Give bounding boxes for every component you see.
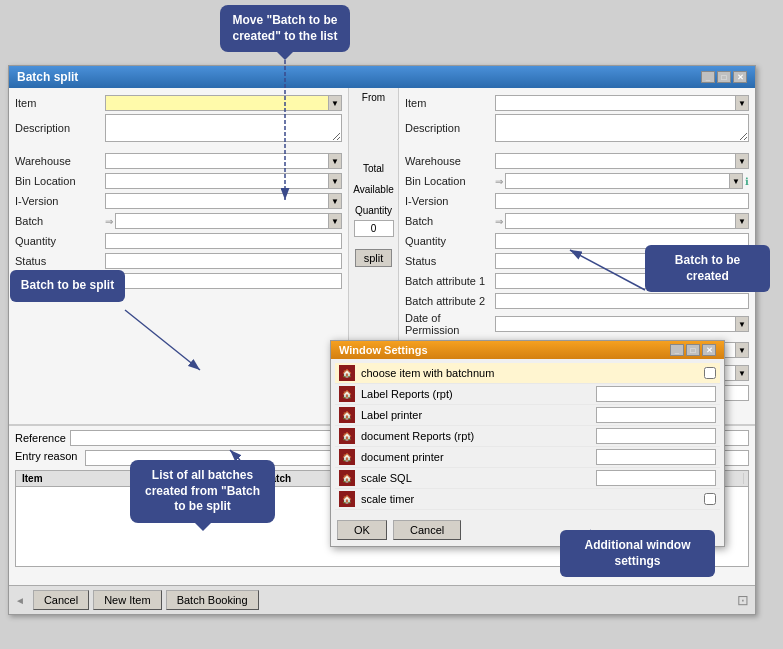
bin-location-dropdown-right[interactable]: ▼ <box>729 173 743 189</box>
batch-attr1-label-right: Batch attribute 1 <box>405 275 495 287</box>
item-select-right: ▼ <box>495 95 749 111</box>
dialog-input-3[interactable] <box>596 428 716 444</box>
main-titlebar: Batch split _ □ ✕ <box>9 66 755 88</box>
dialog-icon-0: 🏠 <box>339 365 355 381</box>
bin-location-input-right[interactable] <box>505 173 743 189</box>
dialog-input-4[interactable] <box>596 449 716 465</box>
total-label: Total <box>363 163 384 174</box>
item-label-left: Item <box>15 97 105 109</box>
main-window-controls: _ □ ✕ <box>701 71 747 83</box>
description-row-right: Description <box>405 114 749 142</box>
status-input-left[interactable] <box>105 253 342 269</box>
batch-select-left: ▼ <box>115 213 342 229</box>
dialog-icon-6: 🏠 <box>339 491 355 507</box>
tooltip-move-bubble: Move "Batch to be created" to the list <box>220 5 350 52</box>
batch-dropdown-left[interactable]: ▼ <box>328 213 342 229</box>
batch-arrow-icon-right: ⇒ <box>495 216 503 227</box>
date-permission-dropdown-right[interactable]: ▼ <box>735 316 749 332</box>
dialog-checkbox-0[interactable] <box>704 367 716 379</box>
date-permission-row-right: Date of Permission ▼ <box>405 312 749 336</box>
dialog-icon-5: 🏠 <box>339 470 355 486</box>
bin-location-dropdown-left[interactable]: ▼ <box>328 173 342 189</box>
warehouse-row-right: Warehouse ▼ <box>405 152 749 170</box>
tooltip-list-all-bubble: List of all batches created from "Batch … <box>130 460 275 523</box>
dialog-cancel-button[interactable]: Cancel <box>393 520 461 540</box>
quantity-label-right: Quantity <box>405 235 495 247</box>
i-version-label-left: I-Version <box>15 195 105 207</box>
dialog-icon-3: 🏠 <box>339 428 355 444</box>
warehouse-select-right: ▼ <box>495 153 749 169</box>
dialog-label-5: scale SQL <box>361 472 596 484</box>
minimize-button[interactable]: _ <box>701 71 715 83</box>
item-dropdown-right[interactable]: ▼ <box>735 95 749 111</box>
manufacturing-date-dropdown-right[interactable]: ▼ <box>735 342 749 358</box>
dialog-minimize-button[interactable]: _ <box>670 344 684 356</box>
dialog-input-2[interactable] <box>596 407 716 423</box>
entry-label: Entry reason <box>15 450 77 466</box>
batch-input-left[interactable] <box>115 213 342 229</box>
dialog-row-2: 🏠 Label printer <box>335 405 720 426</box>
batch-arrow-icon-left: ⇒ <box>105 216 113 227</box>
maximize-button[interactable]: □ <box>717 71 731 83</box>
description-input-right[interactable] <box>495 114 749 142</box>
i-version-row-left: I-Version ▼ <box>15 192 342 210</box>
dialog-ok-button[interactable]: OK <box>337 520 387 540</box>
warehouse-dropdown-left[interactable]: ▼ <box>328 153 342 169</box>
dialog-controls: _ □ ✕ <box>670 344 716 356</box>
bin-location-label-left: Bin Location <box>15 175 105 187</box>
batch-attr2-input-right[interactable] <box>495 293 749 309</box>
bin-location-arrow-right: ⇒ <box>495 176 503 187</box>
new-item-button[interactable]: New Item <box>93 590 161 610</box>
bin-location-input-left[interactable] <box>105 173 342 189</box>
dialog-checkbox-6[interactable] <box>704 493 716 505</box>
quantity-label-left: Quantity <box>15 235 105 247</box>
batch-attr2-row-right: Batch attribute 2 <box>405 292 749 310</box>
dialog-row-1: 🏠 Label Reports (rpt) <box>335 384 720 405</box>
dialog-icon-2: 🏠 <box>339 407 355 423</box>
dialog-label-6: scale timer <box>361 493 704 505</box>
batch-input-right[interactable] <box>505 213 749 229</box>
batch-label-right: Batch <box>405 215 495 227</box>
warehouse-select-left: ▼ <box>105 153 342 169</box>
status-row-left: Status <box>15 252 342 270</box>
info-icon-right: ℹ <box>745 176 749 187</box>
cancel-button[interactable]: Cancel <box>33 590 89 610</box>
item-dropdown-left[interactable]: ▼ <box>328 95 342 111</box>
dialog-input-5[interactable] <box>596 470 716 486</box>
from-label: From <box>362 92 385 103</box>
item-input-right[interactable] <box>495 95 749 111</box>
i-version-input-right[interactable] <box>495 193 749 209</box>
batch-booking-button[interactable]: Batch Booking <box>166 590 259 610</box>
quantity-input-left[interactable] <box>105 233 342 249</box>
date-permission-input-right[interactable] <box>495 316 749 332</box>
description-label-left: Description <box>15 122 105 134</box>
i-version-label-right: I-Version <box>405 195 495 207</box>
close-button[interactable]: ✕ <box>733 71 747 83</box>
description-input-left[interactable] <box>105 114 342 142</box>
dialog-row-5: 🏠 scale SQL <box>335 468 720 489</box>
bin-location-row-right: Bin Location ⇒ ▼ ℹ <box>405 172 749 190</box>
dialog-maximize-button[interactable]: □ <box>686 344 700 356</box>
warehouse-input-right[interactable] <box>495 153 749 169</box>
quantity-row-left: Quantity <box>15 232 342 250</box>
split-button[interactable]: split <box>355 249 393 267</box>
i-version-input-left[interactable] <box>105 193 342 209</box>
item-select-left: ▼ <box>105 95 342 111</box>
dialog-close-button[interactable]: ✕ <box>702 344 716 356</box>
item-input-left[interactable] <box>105 95 342 111</box>
expir-date-dropdown-right[interactable]: ▼ <box>735 365 749 381</box>
bin-location-select-right: ▼ <box>505 173 743 189</box>
warehouse-dropdown-right[interactable]: ▼ <box>735 153 749 169</box>
warehouse-input-left[interactable] <box>105 153 342 169</box>
dialog-input-1[interactable] <box>596 386 716 402</box>
batch-dropdown-right[interactable]: ▼ <box>735 213 749 229</box>
dialog-content: 🏠 choose item with batchnum 🏠 Label Repo… <box>331 359 724 514</box>
item-row-right: Item ▼ <box>405 94 749 112</box>
dialog-label-4: document printer <box>361 451 596 463</box>
batch-label-left: Batch <box>15 215 105 227</box>
dialog-label-2: Label printer <box>361 409 596 421</box>
left-panel: Item ▼ Description Warehouse ▼ <box>9 88 349 424</box>
bin-location-label-right: Bin Location <box>405 175 495 187</box>
batch-attr-input-left[interactable] <box>105 273 342 289</box>
i-version-dropdown-left[interactable]: ▼ <box>328 193 342 209</box>
